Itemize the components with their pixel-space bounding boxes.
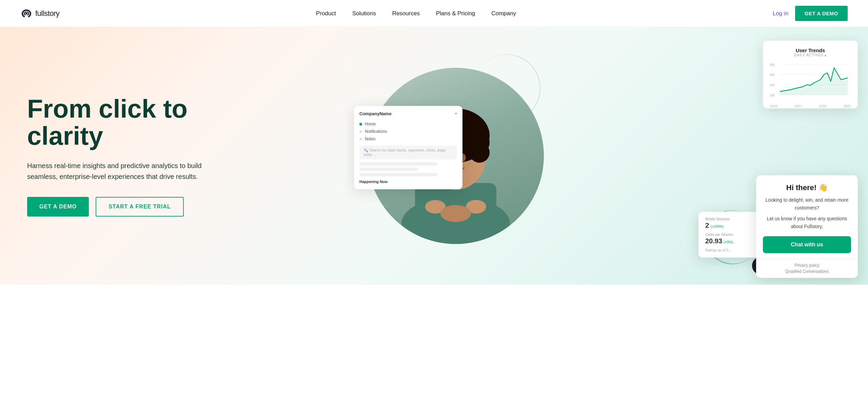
x-label-1: 10/16 [770,104,777,108]
dashboard-header: CompanyName ▾ [359,111,457,116]
chat-body: Hi there! 👋 Looking to delight, win, and… [756,175,858,259]
chat-footer: Privacy policy Qualified Conversations [756,259,858,278]
user-trends-card: User Trends DAILY ACTIVES ▴ 45k 35k 25k … [763,41,858,108]
dash-nav-notes: Notes [359,135,457,143]
privacy-policy-link[interactable]: Privacy policy [794,263,819,268]
dash-nav-notifications: Notifications [359,128,457,135]
dash-row-1 [359,162,437,165]
chat-widget: Hi there! 👋 Looking to delight, win, and… [756,175,858,278]
dropdown-icon: ▾ [455,111,457,116]
svg-point-15 [440,205,471,222]
nav-resources[interactable]: Resources [392,10,420,17]
chat-text-1: Looking to delight, win, and retain more… [763,196,851,211]
chat-greeting: Hi there! 👋 [763,183,851,192]
nav-actions: Log in GET A DEMO [773,6,848,21]
nav-dot-notifications [359,130,362,133]
x-label-4: 10/31 [843,104,851,108]
dashboard-card: CompanyName ▾ Home Notifications Notes 🔍… [354,106,462,189]
dashboard-search[interactable]: 🔍 Search for dash oards, segments, click… [359,145,457,159]
chat-button[interactable]: Chat with us [763,236,851,253]
dash-row-2 [359,167,418,171]
hero-headline: From click to clarity [27,95,210,149]
navbar: fullstory Product Solutions Resources Pl… [0,0,868,27]
trends-svg: 45k 35k 25k 15k [770,61,851,102]
clicks-change: (+9%) [724,240,733,244]
trends-x-labels: 10/16 10/17 10/24 10/31 [770,104,851,108]
hero-content: From click to clarity Harness real-time … [0,75,237,237]
logo-text: fullstory [35,9,59,18]
happening-now-label: Happening Now [359,180,457,184]
svg-text:45k: 45k [770,63,775,66]
svg-text:25k: 25k [770,83,775,87]
login-link[interactable]: Log in [773,10,788,17]
nav-product[interactable]: Product [316,10,336,17]
clicks-value: 20.93 [705,237,722,245]
nav-dot-home [359,123,362,125]
mobile-sessions-value: 2 [705,222,709,229]
logo-icon [20,9,33,18]
nav-company[interactable]: Company [491,10,516,17]
nav-plans-pricing[interactable]: Plans & Pricing [436,10,475,17]
nav-notes-label: Notes [365,137,375,141]
nav-dot-notes [359,138,362,140]
nav-links: Product Solutions Resources Plans & Pric… [316,10,516,17]
trends-title: User Trends [770,47,851,53]
chat-text-2: Let us know if you have any questions ab… [763,215,851,230]
logo[interactable]: fullstory [20,9,59,18]
trends-chart: 45k 35k 25k 15k 10/16 10/17 10/24 10/31 [770,61,851,102]
svg-point-10 [469,142,490,163]
nav-solutions[interactable]: Solutions [352,10,376,17]
x-label-2: 10/17 [794,104,802,108]
svg-marker-24 [780,68,848,95]
hero-buttons: GET A DEMO START A FREE TRIAL [27,197,210,217]
svg-text:15k: 15k [770,94,775,97]
nav-notifications-label: Notifications [365,129,387,134]
svg-text:35k: 35k [770,73,775,77]
hero-visuals: CompanyName ▾ Home Notifications Notes 🔍… [347,27,868,285]
qualified-conversations-link[interactable]: Qualified Conversations [785,269,828,274]
x-label-3: 10/24 [819,104,827,108]
nav-home-label: Home [365,122,376,126]
svg-point-0 [25,13,27,15]
start-trial-button[interactable]: START A FREE TRIAL [96,197,184,217]
hero-section: From click to clarity Harness real-time … [0,27,868,285]
dash-row-3 [359,173,437,176]
trends-subtitle: DAILY ACTIVES ▴ [770,53,851,57]
nav-demo-button[interactable]: GET A DEMO [795,6,848,21]
dash-nav-home: Home [359,120,457,128]
mobile-sessions-change: (+100%) [711,225,724,228]
search-text: Search for dash oards, segments, clicks,… [363,148,446,157]
get-demo-button[interactable]: GET A DEMO [27,197,89,217]
hero-subtext: Harness real-time insights and predictiv… [27,160,210,182]
company-name: CompanyName [359,111,392,116]
